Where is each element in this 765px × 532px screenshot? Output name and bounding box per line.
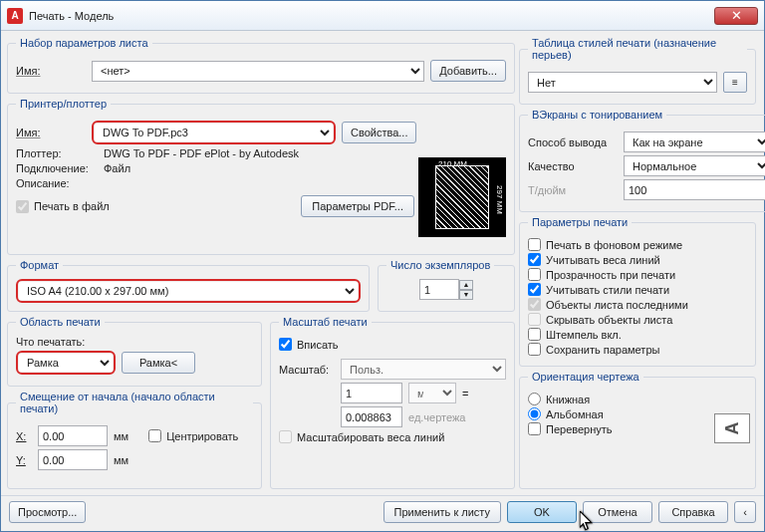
offset-y-input[interactable] [38,449,108,470]
opt-ps[interactable]: Учитывать стили печати [528,283,747,296]
shaded-group: ВЭкраны с тонированием Способ выводаКак … [519,109,765,212]
fit-check[interactable]: Вписать [279,338,506,351]
connection-value: Файл [104,162,130,174]
opt-lw[interactable]: Учитывать веса линий [528,253,747,266]
pdf-params-button[interactable]: Параметры PDF... [301,195,414,217]
styles-legend: Таблица стилей печати (назначение перьев… [528,37,747,61]
offset-group: Смещение от начала (начало области печат… [7,391,262,489]
expand-button[interactable]: ‹ [734,501,756,523]
scale-mm-input [341,383,402,403]
orient-portrait[interactable]: Книжная [528,393,747,405]
printer-props-button[interactable]: Свойства... [342,122,416,143]
paper-legend: Формат [16,259,63,271]
options-legend: Параметры печати [528,216,632,228]
plotter-label: Плоттер: [16,147,98,159]
scale-unit-select: мм [408,383,456,403]
scale-select: Польз. [341,359,506,380]
spin-up-icon[interactable]: ▲ [459,280,473,290]
scale-label: Масштаб: [279,364,335,376]
offset-x-label: X: [16,430,32,442]
opt-stamp[interactable]: Штемпель вкл. [528,328,747,341]
apply-button[interactable]: Применить к листу [383,501,502,523]
what-highlight: Рамка [16,351,116,375]
spin-down-icon[interactable]: ▼ [459,290,473,300]
ok-button[interactable]: OK [507,501,577,523]
opt-hide: Скрывать объекты листа [528,313,747,326]
copies-input [419,279,459,300]
offset-legend: Смещение от начала (начало области печат… [16,391,253,414]
print-to-file-check: Печать в файл [16,200,110,213]
page-setup-group: Набор параметров листа Имя: <нет> Добави… [7,37,515,94]
options-group: Параметры печати Печать в фоновом режиме… [519,216,756,367]
orientation-icon: A [714,413,750,443]
paper-size-group: Формат ISO A4 (210.00 x 297.00 мм) [7,259,370,312]
dpi-input [624,179,765,200]
scale-legend: Масштаб печати [279,316,372,328]
app-icon: A [7,8,23,24]
frame-button[interactable]: Рамка< [122,352,195,374]
quality-select[interactable]: Нормальное [624,155,765,176]
opt-tr[interactable]: Прозрачность при печати [528,268,747,281]
page-setup-legend: Набор параметров листа [16,37,152,49]
styles-group: Таблица стилей печати (назначение перьев… [519,37,756,105]
printer-name-select[interactable]: DWG To PDF.pc3 [95,124,333,141]
add-button[interactable]: Добавить... [430,60,506,82]
printer-legend: Принтер/плоттер [16,98,111,110]
center-check[interactable]: Центрировать [148,429,238,442]
styles-icon-button[interactable]: ≡ [723,72,747,93]
plotter-value: DWG To PDF - PDF ePlot - by Autodesk [104,147,299,159]
what-select[interactable]: Рамка [19,354,113,372]
printer-name-label: Имя: [16,127,86,138]
orientation-group: Ориентация чертежа Книжная Альбомная Пер… [519,371,756,489]
copies-spinner[interactable]: ▲▼ [386,279,506,300]
preview-button[interactable]: Просмотр... [9,501,86,523]
opt-save[interactable]: Сохранить параметры [528,343,747,356]
opt-bg[interactable]: Печать в фоновом режиме [528,238,747,251]
close-button[interactable]: ✕ [714,7,758,25]
offset-x-input[interactable] [38,425,108,446]
footer: Просмотр... Применить к листу OK Отмена … [1,495,764,527]
scale-lw-check: Масштабировать веса линий [279,430,506,443]
area-legend: Область печати [16,316,105,328]
shade-mode-select[interactable]: Как на экране [624,132,765,152]
connection-label: Подключение: [16,162,98,174]
paper-size-select[interactable]: ISO A4 (210.00 x 297.00 мм) [19,282,358,300]
paper-size-highlight: ISO A4 (210.00 x 297.00 мм) [16,279,361,303]
description-label: Описание: [16,177,98,189]
printer-group: Принтер/плоттер Имя: DWG To PDF.pc3 Свой… [7,98,515,255]
help-button[interactable]: Справка [658,501,728,523]
paper-preview: 210 MM 297 MM [418,157,506,237]
page-setup-name-label: Имя: [16,65,86,77]
opt-last: Объекты листа последними [528,298,747,311]
copies-legend: Число экземпляров [386,259,494,271]
shaded-legend: ВЭкраны с тонированием [528,109,666,121]
cancel-button[interactable]: Отмена [583,501,652,523]
print-dialog: A Печать - Модель ✕ Набор параметров лис… [0,0,765,532]
scale-group: Масштаб печати Вписать Масштаб: Польз. м… [270,316,515,489]
dialog-title: Печать - Модель [29,10,714,22]
what-label: Что печатать: [16,336,253,348]
styles-select[interactable]: Нет [528,72,717,93]
page-setup-name-select[interactable]: <нет> [92,61,424,82]
copies-group: Число экземпляров ▲▼ [378,259,515,312]
scale-units-input [341,406,402,427]
titlebar: A Печать - Модель ✕ [1,1,764,31]
offset-y-label: Y: [16,454,32,466]
printer-name-highlight: DWG To PDF.pc3 [92,121,336,144]
orient-legend: Ориентация чертежа [528,371,643,383]
plot-area-group: Область печати Что печатать: Рамка Рамка… [7,316,262,387]
